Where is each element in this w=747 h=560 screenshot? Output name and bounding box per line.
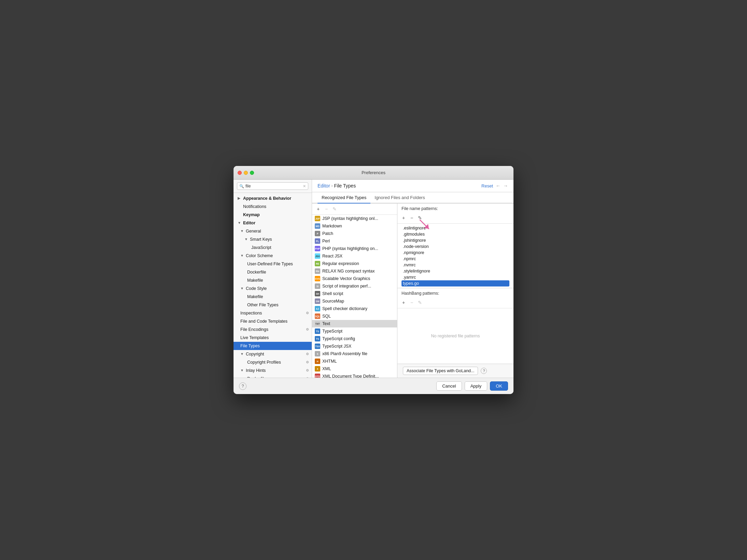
sidebar-item-file-code-templates[interactable]: File and Code Templates <box>234 317 312 325</box>
expand-icon: ▼ <box>238 220 242 226</box>
add-pattern-button[interactable]: + <box>400 214 407 221</box>
sidebar-item-notifications[interactable]: Notifications <box>234 202 312 211</box>
ft-icon-xhtml: H <box>315 359 320 364</box>
ft-icon-jsp: JSP <box>315 216 320 221</box>
ft-item-shell[interactable]: SH Shell script <box>312 290 397 297</box>
ft-icon-patch: P <box>315 231 320 236</box>
expand-icon: ▼ <box>240 368 244 373</box>
footer-help-icon[interactable]: ? <box>239 382 246 390</box>
ft-item-spell[interactable]: AZ Spell checker dictionary <box>312 305 397 312</box>
ft-item-react-jsx[interactable]: JSX React JSX <box>312 252 397 260</box>
ft-item-relax[interactable]: RN RELAX NG compact syntax <box>312 267 397 275</box>
close-button[interactable] <box>238 171 242 175</box>
sidebar-item-file-types[interactable]: File Types <box>234 342 312 350</box>
ft-item-sourcemap[interactable]: SM SourceMap <box>312 297 397 305</box>
sidebar-item-inlay-hints[interactable]: ▼ Inlay Hints ⚙ <box>234 366 312 375</box>
expand-icon: ▶ <box>238 196 242 201</box>
sidebar-item-copyright-profiles[interactable]: Copyright Profiles ⚙ <box>234 358 312 366</box>
tab-recognized[interactable]: Recognized File Types <box>318 192 370 204</box>
file-name-patterns-list: .eslintignore .gitmodules .jshintignore … <box>397 224 513 288</box>
search-input[interactable] <box>245 184 301 188</box>
clear-icon[interactable]: ✕ <box>303 184 306 188</box>
tabs-bar: Recognized File Types Ignored Files and … <box>312 192 513 204</box>
edit-pattern-button[interactable]: ✎ <box>417 214 423 221</box>
ft-item-script[interactable]: SI Script of integration perf... <box>312 282 397 290</box>
associate-button[interactable]: Associate File Types with GoLand... <box>403 367 478 375</box>
ft-item-php[interactable]: PHP PHP (syntax highlighting on... <box>312 245 397 252</box>
ft-item-ts-jsx[interactable]: TSX TypeScript JSX <box>312 342 397 350</box>
ft-item-xml[interactable]: X XML <box>312 365 397 373</box>
ft-icon-xml-dtd: DTD <box>315 374 320 378</box>
sidebar-item-javascript[interactable]: JavaScript <box>234 243 312 252</box>
sidebar-item-general[interactable]: ▼ General <box>234 227 312 235</box>
ft-item-svg[interactable]: SVG Scalable Vector Graphics <box>312 275 397 282</box>
pattern-stylelintignore[interactable]: .stylelintignore <box>401 268 509 274</box>
sidebar-item-color-scheme[interactable]: ▼ Color Scheme <box>234 252 312 260</box>
pattern-eslintignore[interactable]: .eslintignore <box>401 225 509 231</box>
edit-hashbang-button[interactable]: ✎ <box>417 299 423 306</box>
remove-hashbang-button[interactable]: − <box>408 299 415 306</box>
ft-icon-sql: SQL <box>315 313 320 319</box>
ok-button[interactable]: OK <box>490 381 508 391</box>
ft-item-typescript[interactable]: TS TypeScript <box>312 327 397 335</box>
cancel-button[interactable]: Cancel <box>436 381 462 391</box>
expand-icon: ▼ <box>240 253 244 258</box>
pattern-npmrc[interactable]: .npmrc <box>401 256 509 262</box>
sidebar-item-editor[interactable]: ▼ Editor <box>234 219 312 227</box>
ft-item-xml-dtd[interactable]: DTD XML Document Type Definit... <box>312 373 397 378</box>
add-file-type-button[interactable]: + <box>315 206 322 212</box>
search-icon: 🔍 <box>239 184 244 188</box>
edit-file-type-button[interactable]: ✎ <box>331 206 338 212</box>
pattern-gitmodules[interactable]: .gitmodules <box>401 231 509 237</box>
ft-item-sql[interactable]: SQL SQL <box>312 312 397 320</box>
pattern-types-go[interactable]: types.go <box>401 280 509 286</box>
sidebar-item-keymap[interactable]: Keymap <box>234 211 312 219</box>
tab-ignored[interactable]: Ignored Files and Folders <box>370 192 429 204</box>
ft-item-xhtml[interactable]: H XHTML <box>312 358 397 365</box>
add-hashbang-button[interactable]: + <box>400 299 407 306</box>
search-wrapper[interactable]: 🔍 ✕ <box>237 182 308 190</box>
ft-item-perl[interactable]: PL Perl <box>312 237 397 245</box>
ft-item-jsp[interactable]: JSP JSP (syntax highlighting onl... <box>312 215 397 222</box>
reset-button[interactable]: Reset <box>481 183 493 188</box>
apply-button[interactable]: Apply <box>465 381 488 391</box>
sidebar-item-live-templates[interactable]: Live Templates <box>234 334 312 342</box>
sidebar-item-dockerfile2[interactable]: Dockerfile ⚙ <box>234 375 312 378</box>
pattern-node-version[interactable]: .node-version <box>401 243 509 250</box>
ft-item-patch[interactable]: P Patch <box>312 230 397 237</box>
sidebar-item-code-style[interactable]: ▼ Code Style <box>234 284 312 293</box>
sidebar-item-other-file-types[interactable]: Other File Types <box>234 301 312 309</box>
pattern-jshintignore[interactable]: .jshintignore <box>401 237 509 243</box>
ft-item-text[interactable]: TXT Text <box>312 320 397 327</box>
sidebar-item-dockerfile[interactable]: Dockerfile <box>234 268 312 276</box>
pattern-yarnrc[interactable]: .yarnrc <box>401 274 509 280</box>
ft-item-regex[interactable]: RE Regular expression <box>312 260 397 267</box>
file-types-list: JSP JSP (syntax highlighting onl... MD M… <box>312 215 397 378</box>
remove-file-type-button[interactable]: − <box>323 206 330 212</box>
expand-icon: ▼ <box>240 351 244 357</box>
sidebar-item-copyright[interactable]: ▼ Copyright ⚙ <box>234 350 312 358</box>
nav-forward-arrow[interactable]: → <box>503 183 508 188</box>
sidebar-item-user-defined[interactable]: User-Defined File Types <box>234 260 312 268</box>
ft-item-ts-config[interactable]: TS TypeScript config <box>312 335 397 342</box>
sidebar-item-smart-keys[interactable]: ▼ Smart Keys <box>234 235 312 243</box>
sidebar-item-makefile2[interactable]: Makefile <box>234 293 312 301</box>
pattern-npmignore[interactable]: .npmignore <box>401 250 509 256</box>
breadcrumb-parent[interactable]: Editor <box>318 183 330 188</box>
sidebar-item-inspections[interactable]: Inspections ⚙ <box>234 309 312 317</box>
maximize-button[interactable] <box>250 171 254 175</box>
nav-back-arrow[interactable]: ← <box>496 183 501 188</box>
pattern-nvmrc[interactable]: .nvmrc <box>401 262 509 268</box>
remove-pattern-button[interactable]: − <box>408 214 415 221</box>
traffic-lights <box>238 171 254 175</box>
sidebar-item-appearance[interactable]: ▶ Appearance & Behavior <box>234 194 312 202</box>
ft-icon-typescript: TS <box>315 328 320 334</box>
ft-item-x86[interactable]: S x86 Plan9 Assembly file <box>312 350 397 358</box>
ft-item-markdown[interactable]: MD Markdown <box>312 222 397 230</box>
ft-icon-perl: PL <box>315 238 320 244</box>
minimize-button[interactable] <box>244 171 248 175</box>
help-icon[interactable]: ? <box>481 368 487 374</box>
sidebar-item-makefile[interactable]: Makefile <box>234 276 312 284</box>
main-content: 🔍 ✕ ▶ Appearance & Behavior Notification… <box>234 180 513 378</box>
sidebar-item-file-encodings[interactable]: File Encodings ⚙ <box>234 325 312 334</box>
